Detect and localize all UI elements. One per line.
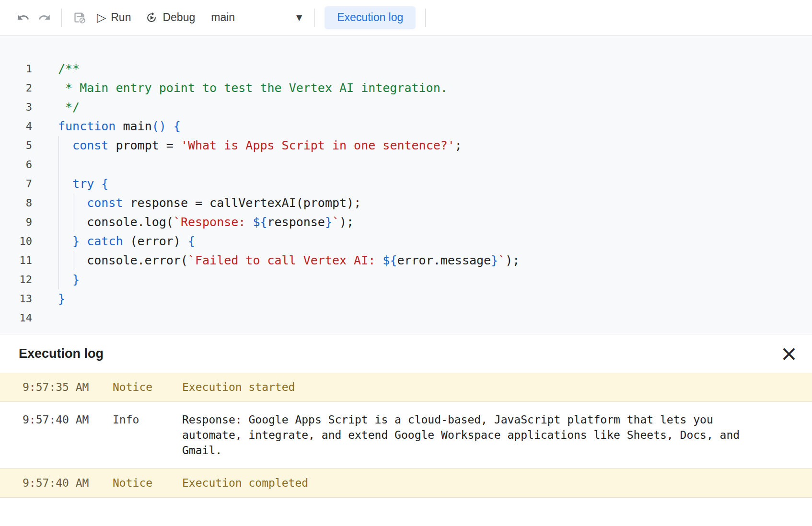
- save-project-button[interactable]: [69, 7, 90, 28]
- execution-log-panel: Execution log × 9:57:35 AMNoticeExecutio…: [0, 334, 812, 526]
- log-message: Execution started: [182, 380, 757, 394]
- execution-log-button[interactable]: Execution log: [325, 6, 416, 29]
- toolbar-divider: [425, 9, 426, 27]
- line-number[interactable]: 7: [0, 174, 43, 194]
- code-line[interactable]: console.log(`Response: ${response}`);: [58, 213, 520, 232]
- code-editor[interactable]: 1234567891011121314 /** * Main entry poi…: [0, 35, 812, 334]
- redo-icon: [38, 11, 51, 24]
- line-number-gutter: 1234567891011121314: [0, 35, 43, 334]
- line-number[interactable]: 4: [0, 117, 43, 136]
- code-line[interactable]: const response = callVertexAI(prompt);: [58, 194, 520, 213]
- close-icon[interactable]: ×: [777, 341, 801, 366]
- code-line[interactable]: }: [58, 289, 520, 309]
- line-number[interactable]: 8: [0, 194, 43, 213]
- log-type: Info: [113, 412, 182, 458]
- line-number[interactable]: 10: [0, 232, 43, 251]
- indent-guide: [73, 251, 73, 270]
- toolbar-divider: [314, 9, 315, 27]
- run-button[interactable]: ▷ Run: [97, 11, 131, 24]
- undo-icon: [17, 11, 30, 24]
- execution-log-title: Execution log: [19, 346, 104, 361]
- debug-button[interactable]: Debug: [145, 11, 195, 24]
- line-number[interactable]: 13: [0, 289, 43, 309]
- code-line[interactable]: */: [58, 98, 520, 117]
- code-line[interactable]: [58, 309, 520, 328]
- log-type: Notice: [113, 380, 182, 394]
- debug-icon: [145, 11, 158, 24]
- code-line[interactable]: const prompt = 'What is Apps Script in o…: [58, 136, 520, 155]
- log-type: Notice: [113, 476, 182, 490]
- toolbar-divider: [61, 9, 62, 27]
- log-message: Execution completed: [182, 476, 757, 490]
- apps-script-editor: ▷ Run Debug main ▼ Execution log 1234567…: [0, 0, 812, 526]
- debug-button-label: Debug: [162, 11, 195, 24]
- run-button-label: Run: [111, 11, 131, 24]
- log-entries: 9:57:35 AMNoticeExecution started9:57:40…: [0, 373, 812, 498]
- execution-log-header: Execution log ×: [0, 334, 812, 373]
- indent-guide: [73, 194, 73, 232]
- line-number[interactable]: 5: [0, 136, 43, 155]
- code-line[interactable]: try {: [58, 174, 520, 194]
- function-selector-dropdown[interactable]: main ▼: [211, 11, 302, 24]
- log-entry: 9:57:40 AMInfoResponse: Google Apps Scri…: [0, 402, 812, 469]
- code-line[interactable]: /**: [58, 59, 520, 79]
- log-timestamp: 9:57:40 AM: [23, 412, 113, 458]
- line-number[interactable]: 2: [0, 79, 43, 98]
- log-timestamp: 9:57:40 AM: [23, 476, 113, 490]
- chevron-down-icon: ▼: [296, 14, 302, 22]
- line-number[interactable]: 11: [0, 251, 43, 270]
- indent-guide: [58, 136, 59, 289]
- log-message: Response: Google Apps Script is a cloud-…: [182, 412, 757, 458]
- line-number[interactable]: 14: [0, 309, 43, 328]
- line-number[interactable]: 6: [0, 155, 43, 174]
- log-timestamp: 9:57:35 AM: [23, 380, 113, 394]
- code-line[interactable]: } catch (error) {: [58, 232, 520, 251]
- code-line[interactable]: console.error(`Failed to call Vertex AI:…: [58, 251, 520, 270]
- function-selector-value: main: [211, 11, 235, 24]
- line-number[interactable]: 3: [0, 98, 43, 117]
- redo-button[interactable]: [34, 7, 55, 28]
- code-line[interactable]: function main() {: [58, 117, 520, 136]
- code-line[interactable]: }: [58, 270, 520, 289]
- toolbar: ▷ Run Debug main ▼ Execution log: [0, 0, 812, 35]
- code-line[interactable]: * Main entry point to test the Vertex AI…: [58, 79, 520, 98]
- code-content: /** * Main entry point to test the Verte…: [58, 35, 520, 334]
- log-entry: 9:57:35 AMNoticeExecution started: [0, 373, 812, 402]
- line-number[interactable]: 1: [0, 59, 43, 79]
- log-entry: 9:57:40 AMNoticeExecution completed: [0, 469, 812, 498]
- code-line[interactable]: [58, 155, 520, 174]
- line-number[interactable]: 12: [0, 270, 43, 289]
- run-icon: ▷: [97, 11, 106, 23]
- save-icon: [73, 11, 86, 24]
- undo-button[interactable]: [12, 7, 34, 28]
- line-number[interactable]: 9: [0, 213, 43, 232]
